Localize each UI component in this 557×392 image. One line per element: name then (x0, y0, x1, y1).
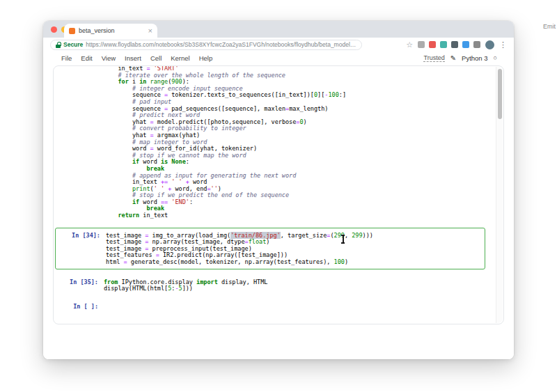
menu-edit[interactable]: Edit (81, 54, 92, 62)
code-cell-selected[interactable]: In [34]:test_image = img_to_array(load_i… (55, 228, 485, 269)
tab-close-icon[interactable]: × (148, 27, 152, 35)
browser-toolbar: Secure https://www.floydlabs.com/noteboo… (43, 38, 514, 52)
cell-code-input[interactable]: from IPython.core.display import display… (104, 278, 488, 292)
extension-icon-2[interactable] (429, 41, 436, 48)
extension-icon-4[interactable] (451, 41, 458, 48)
cell-code-input[interactable] (104, 302, 488, 311)
lock-icon (56, 42, 61, 48)
scrollbar-thumb[interactable] (498, 69, 502, 119)
menu-help[interactable]: Help (199, 54, 213, 62)
corner-artifact-text: Emit (543, 23, 556, 30)
notebook-card: in_text = 'START' # iterate over the who… (53, 65, 504, 324)
bookmark-star-icon[interactable]: ☆ (406, 41, 413, 49)
extension-icon-1[interactable] (418, 41, 425, 48)
window-close-button[interactable] (51, 26, 57, 33)
menu-insert[interactable]: Insert (125, 54, 141, 62)
kernel-name: Python 3 (462, 54, 488, 62)
edit-mode-pencil-icon: ✎ (450, 54, 456, 62)
toolbar-icons: ☆ ⋮ (406, 40, 507, 49)
browser-tab[interactable]: beta_version × (64, 24, 157, 38)
trusted-badge: Trusted (423, 54, 444, 62)
notebook-content: in_text = 'START' # iterate over the who… (43, 64, 514, 359)
scrollbar-track[interactable] (496, 67, 503, 323)
secure-label: Secure (63, 41, 83, 48)
browser-window: beta_version × Secure https://www.floydl… (43, 21, 514, 359)
code-cell[interactable]: In [ ]: (54, 301, 488, 312)
browser-menu-icon[interactable]: ⋮ (499, 41, 507, 49)
cell-prompt: In [35]: (54, 278, 104, 292)
code-cell[interactable]: In [35]:from IPython.core.display import… (54, 276, 488, 294)
extension-icon-6[interactable] (473, 41, 480, 48)
cell-prompt: In [ ]: (54, 302, 104, 311)
extension-icons (418, 41, 480, 48)
profile-avatar[interactable] (485, 40, 494, 49)
cell-prompt (54, 65, 104, 219)
url-text[interactable]: https://www.floydlabs.com/notebooks/Sb3S… (86, 41, 356, 48)
cell-code-input[interactable]: test_image = img_to_array(load_img('trai… (106, 231, 485, 266)
jupyter-favicon-icon (69, 28, 75, 34)
address-bar[interactable]: Secure https://www.floydlabs.com/noteboo… (50, 40, 362, 50)
menu-view[interactable]: View (102, 54, 116, 62)
menu-file[interactable]: File (61, 54, 72, 62)
cell-code-input[interactable]: in_text = 'START' # iterate over the who… (104, 65, 488, 219)
jupyter-menubar: File Edit View Insert Cell Kernel Help T… (43, 52, 514, 64)
extension-icon-3[interactable] (440, 41, 447, 48)
extension-icon-5[interactable] (462, 41, 469, 48)
notebook-cells: in_text = 'START' # iterate over the who… (54, 65, 503, 311)
code-cell[interactable]: in_text = 'START' # iterate over the who… (54, 65, 488, 221)
text-cursor-ibeam (340, 235, 346, 244)
cell-prompt: In [34]: (56, 231, 106, 266)
menu-kernel[interactable]: Kernel (171, 54, 189, 62)
tab-strip: beta_version × (43, 21, 514, 38)
menu-cell[interactable]: Cell (150, 54, 162, 62)
tab-title: beta_version (79, 27, 145, 34)
kernel-status-icon: ○ (494, 54, 497, 61)
menubar-right: Trusted ✎ Python 3 ○ (423, 54, 497, 62)
